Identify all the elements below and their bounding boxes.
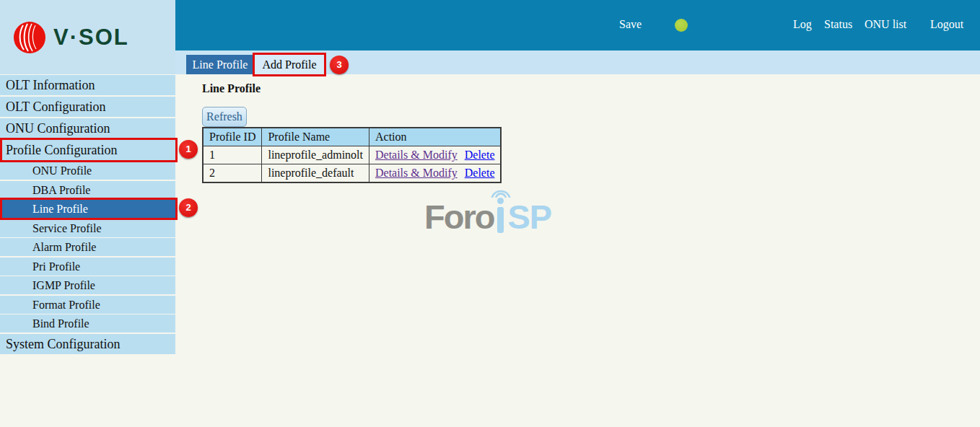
sidebar: OLT InformationOLT ConfigurationONU Conf… — [0, 75, 175, 356]
refresh-button[interactable]: Refresh — [202, 107, 247, 127]
sidebar-item-igmp-profile[interactable]: IGMP Profile — [0, 276, 175, 294]
sidebar-item-line-profile[interactable]: Line Profile — [0, 200, 175, 218]
sidebar-item-bind-profile[interactable]: Bind Profile — [0, 314, 175, 333]
sidebar-item-dba-profile[interactable]: DBA Profile — [0, 181, 175, 199]
sidebar-item-onu-profile[interactable]: ONU Profile — [0, 162, 175, 180]
page: { "brand": { "name": "V·SOL", "logo_red"… — [0, 0, 980, 427]
logout-link[interactable]: Logout — [930, 18, 963, 31]
annotation-badge-2: 2 — [179, 198, 198, 217]
table-row: 2lineprofile_defaultDetails & ModifyDele… — [203, 164, 501, 183]
profile-table-body: 1lineprofile_adminoltDetails & ModifyDel… — [203, 146, 501, 183]
line-profile-table: Profile ID Profile Name Action 1lineprof… — [202, 127, 502, 183]
sidebar-item-pri-profile[interactable]: Pri Profile — [0, 257, 175, 276]
delete-link[interactable]: Delete — [465, 167, 495, 179]
brand-name: V·SOL — [53, 25, 129, 50]
watermark-text-foro: Foro — [424, 200, 494, 234]
table-row: 1lineprofile_adminoltDetails & ModifyDel… — [203, 146, 501, 164]
topbar: Save Log Status ONU list Logout — [175, 0, 980, 50]
sidebar-item-format-profile[interactable]: Format Profile — [0, 296, 175, 314]
sidebar-item-olt-configuration[interactable]: OLT Configuration — [0, 97, 175, 117]
log-link[interactable]: Log — [793, 18, 812, 31]
annotation-badge-3: 3 — [330, 56, 349, 74]
onu-list-link[interactable]: ONU list — [865, 18, 906, 31]
cell-profile-id: 2 — [203, 164, 262, 183]
table-header-row: Profile ID Profile Name Action — [203, 128, 501, 146]
sidebar-item-alarm-profile[interactable]: Alarm Profile — [0, 238, 175, 256]
column-header-profile-name: Profile Name — [262, 128, 369, 146]
watermark-text-sp: SP — [507, 200, 551, 234]
sidebar-item-onu-configuration[interactable]: ONU Configuration — [0, 118, 175, 138]
logo-area: V·SOL — [0, 0, 175, 74]
status-indicator-dot — [675, 19, 688, 32]
details-modify-link[interactable]: Details & Modify — [375, 167, 458, 179]
tab-line-profile[interactable]: Line Profile — [186, 55, 254, 74]
sidebar-item-service-profile[interactable]: Service Profile — [0, 219, 175, 237]
sidebar-item-profile-configuration[interactable]: Profile Configuration — [0, 140, 175, 160]
cell-action: Details & ModifyDelete — [369, 164, 501, 183]
delete-link[interactable]: Delete — [465, 149, 495, 161]
column-header-action: Action — [369, 128, 501, 146]
cell-action: Details & ModifyDelete — [369, 146, 501, 164]
status-link[interactable]: Status — [824, 18, 852, 31]
save-button[interactable]: Save — [619, 18, 642, 31]
vsol-logo-icon — [13, 21, 46, 57]
column-header-profile-id: Profile ID — [203, 128, 262, 146]
sidebar-item-olt-information[interactable]: OLT Information — [0, 75, 175, 95]
sidebar-item-system-configuration[interactable]: System Configuration — [0, 334, 175, 354]
cell-profile-name: lineprofile_default — [262, 164, 369, 183]
cell-profile-id: 1 — [203, 146, 262, 164]
annotation-badge-1: 1 — [179, 140, 198, 159]
tabbar: Line Profile Add Profile — [175, 50, 980, 74]
cell-profile-name: lineprofile_adminolt — [262, 146, 369, 164]
watermark-antenna-icon — [496, 192, 506, 234]
page-title: Line Profile — [202, 82, 261, 95]
foroisp-watermark: Foro SP — [424, 189, 551, 234]
details-modify-link[interactable]: Details & Modify — [375, 149, 458, 161]
tab-add-profile[interactable]: Add Profile — [254, 55, 325, 74]
